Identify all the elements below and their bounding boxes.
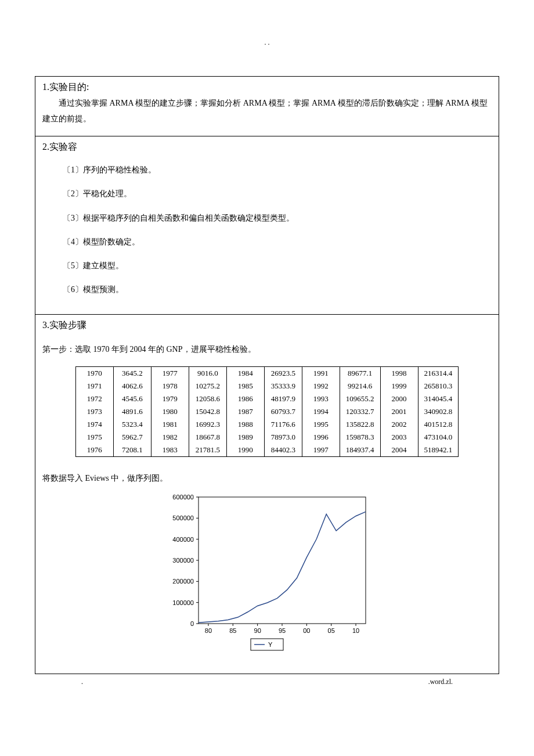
table-cell: 1987	[226, 405, 264, 418]
table-cell: 1970	[75, 366, 113, 380]
content-item-6: 〔6〕模型预测。	[63, 282, 492, 297]
table-cell: 1974	[75, 418, 113, 431]
table-cell: 1983	[151, 444, 189, 457]
table-row: 19703645.219779016.0198426923.5199189677…	[75, 366, 459, 380]
table-cell: 473104.0	[418, 431, 459, 444]
table-cell: 2000	[380, 393, 418, 405]
table-cell: 1986	[226, 393, 264, 405]
table-cell: 2002	[380, 418, 418, 431]
content-item-1: 〔1〕序列的平稳性检验。	[63, 163, 492, 177]
table-cell: 60793.7	[264, 405, 302, 418]
table-cell: 1989	[226, 431, 264, 444]
top-marker: . .	[35, 41, 499, 44]
content-item-5: 〔5〕建立模型。	[63, 258, 492, 273]
heading-content: 2.实验容	[42, 141, 492, 153]
table-cell: 4062.6	[113, 380, 151, 393]
table-cell: 1971	[75, 380, 113, 393]
section-purpose: 1.实验目的: 通过实验掌握 ARMA 模型的建立步骤；掌握如分析 ARMA 模…	[35, 77, 499, 136]
chart-note: 将数据导入 Eviews 中，做序列图。	[42, 471, 492, 485]
svg-text:00: 00	[303, 627, 310, 634]
table-cell: 78973.0	[264, 431, 302, 444]
table-cell: 99214.6	[340, 380, 380, 393]
table-cell: 1972	[75, 393, 113, 405]
gnp-table: 19703645.219779016.0198426923.5199189677…	[75, 366, 459, 457]
section-steps: 3.实验步骤 第一步：选取 1970 年到 2004 年的 GNP，进展平稳性检…	[35, 315, 499, 673]
svg-text:100000: 100000	[172, 599, 194, 606]
table-row: 19767208.1198321781.5199084402.319971849…	[75, 444, 459, 457]
table-cell: 1984	[226, 366, 264, 380]
table-cell: 48197.9	[264, 393, 302, 405]
svg-text:10: 10	[352, 627, 359, 634]
table-cell: 5323.4	[113, 418, 151, 431]
table-row: 19714062.6197810275.2198535333.919929921…	[75, 380, 459, 393]
svg-text:Y: Y	[268, 641, 273, 648]
table-cell: 120332.7	[340, 405, 380, 418]
table-cell: 1994	[302, 405, 340, 418]
table-cell: 7208.1	[113, 444, 151, 457]
table-cell: 1985	[226, 380, 264, 393]
table-cell: 1980	[151, 405, 189, 418]
svg-text:85: 85	[229, 627, 236, 634]
heading-steps: 3.实验步骤	[42, 319, 492, 332]
svg-text:400000: 400000	[172, 535, 194, 542]
table-cell: 1993	[302, 393, 340, 405]
table-cell: 1973	[75, 405, 113, 418]
table-cell: 340902.8	[418, 405, 459, 418]
table-cell: 1996	[302, 431, 340, 444]
table-cell: 16992.3	[189, 418, 226, 431]
table-cell: 1982	[151, 431, 189, 444]
table-cell: 10275.2	[189, 380, 226, 393]
table-cell: 1991	[302, 366, 340, 380]
table-cell: 265810.3	[418, 380, 459, 393]
svg-text:80: 80	[205, 627, 212, 634]
table-cell: 18667.8	[189, 431, 226, 444]
table-cell: 401512.8	[418, 418, 459, 431]
table-row: 19734891.6198015042.8198760793.719941203…	[75, 405, 459, 418]
table-cell: 1979	[151, 393, 189, 405]
table-cell: 5962.7	[113, 431, 151, 444]
table-cell: 3645.2	[113, 366, 151, 380]
content-item-2: 〔2〕平稳化处理。	[63, 186, 492, 201]
table-cell: 71176.6	[264, 418, 302, 431]
table-cell: 89677.1	[340, 366, 380, 380]
table-cell: 518942.1	[418, 444, 459, 457]
table-cell: 9016.0	[189, 366, 226, 380]
heading-purpose: 1.实验目的:	[42, 81, 492, 93]
footer-right: .word.zl.	[428, 678, 453, 686]
table-cell: 26923.5	[264, 366, 302, 380]
table-cell: 2004	[380, 444, 418, 457]
svg-text:500000: 500000	[172, 514, 194, 521]
svg-text:05: 05	[328, 627, 335, 634]
table-cell: 314045.4	[418, 393, 459, 405]
table-cell: 1990	[226, 444, 264, 457]
table-cell: 1978	[151, 380, 189, 393]
table-cell: 12058.6	[189, 393, 226, 405]
svg-text:0: 0	[190, 620, 194, 627]
svg-rect-0	[199, 497, 366, 624]
table-cell: 4545.6	[113, 393, 151, 405]
table-cell: 35333.9	[264, 380, 302, 393]
table-cell: 1992	[302, 380, 340, 393]
svg-text:95: 95	[279, 627, 286, 634]
table-cell: 1997	[302, 444, 340, 457]
table-cell: 2003	[380, 431, 418, 444]
svg-text:300000: 300000	[172, 557, 194, 564]
document-box: 1.实验目的: 通过实验掌握 ARMA 模型的建立步骤；掌握如分析 ARMA 模…	[35, 76, 499, 674]
table-cell: 184937.4	[340, 444, 380, 457]
table-cell: 2001	[380, 405, 418, 418]
table-row: 19745323.4198116992.3198871176.619951358…	[75, 418, 459, 431]
svg-text:200000: 200000	[172, 578, 194, 585]
table-cell: 15042.8	[189, 405, 226, 418]
section-content: 2.实验容 〔1〕序列的平稳性检验。 〔2〕平稳化处理。 〔3〕根据平稳序列的自…	[35, 136, 499, 315]
table-cell: 1976	[75, 444, 113, 457]
table-cell: 1995	[302, 418, 340, 431]
line-chart: 0100000200000300000400000500000600000808…	[163, 490, 371, 658]
table-cell: 1977	[151, 366, 189, 380]
table-row: 19724545.6197912058.6198648197.919931096…	[75, 393, 459, 405]
content-item-4: 〔4〕模型阶数确定。	[63, 235, 492, 249]
svg-text:600000: 600000	[172, 494, 194, 501]
table-cell: 21781.5	[189, 444, 226, 457]
table-cell: 1988	[226, 418, 264, 431]
table-cell: 159878.3	[340, 431, 380, 444]
page-footer: . .word.zl.	[35, 674, 499, 686]
